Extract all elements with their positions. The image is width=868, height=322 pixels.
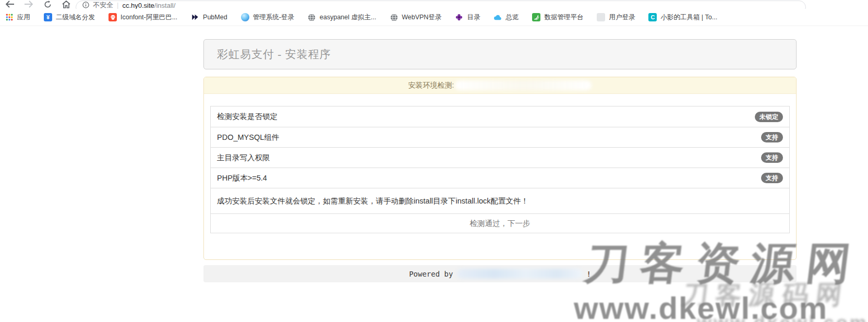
- table-row: 检测安装是否锁定 未锁定: [211, 106, 789, 127]
- bookmark-label: 用户登录: [609, 13, 635, 22]
- table-row-next: 检测通过，下一步: [211, 213, 789, 233]
- blank-favicon: [597, 13, 605, 21]
- forward-icon[interactable]: [23, 0, 34, 8]
- bookmark-label: WebVPN登录: [402, 13, 441, 22]
- reload-icon[interactable]: [42, 0, 53, 8]
- bookmark-label: easypanel 虚拟主...: [320, 13, 376, 22]
- green-leaf-icon: [532, 13, 540, 21]
- yen-badge-icon: ¥: [44, 13, 52, 21]
- bookmark-domain-dispatch[interactable]: ¥ 二级域名分发: [44, 13, 95, 22]
- bookmark-data-platform[interactable]: 数据管理平台: [532, 13, 583, 22]
- bookmark-webvpn[interactable]: WebVPN登录: [390, 13, 441, 22]
- toolbox-icon: C: [648, 13, 657, 21]
- table-row-notice: 成功安装后安装文件就会锁定，如需重新安装，请手动删除install目录下inst…: [211, 188, 789, 213]
- bookmark-label: Iconfont-阿里巴巴...: [120, 13, 177, 22]
- home-icon[interactable]: [61, 0, 72, 8]
- url-text[interactable]: cc.hy0.site/install/: [122, 1, 175, 10]
- bookmark-easypanel[interactable]: easypanel 虚拟主...: [308, 13, 376, 22]
- iconfont-skull-icon: [108, 13, 117, 21]
- browser-toolbar: 不安全 | cc.hy0.site/install/: [0, 0, 868, 9]
- env-check-heading-bar: 安装环境检测:: [204, 77, 796, 94]
- browser-window: 不安全 | cc.hy0.site/install/ 应用 ¥ 二级域名分发: [0, 0, 868, 322]
- bookmark-label: 管理系统-登录: [253, 13, 294, 22]
- globe-icon: [390, 13, 398, 21]
- status-badge: 支持: [761, 173, 783, 183]
- bookmark-apps[interactable]: 应用: [5, 13, 30, 22]
- bookmark-user-login[interactable]: 用户登录: [597, 13, 635, 22]
- table-row: PDO_MYSQL组件 支持: [211, 127, 789, 147]
- page-title: 彩虹易支付 - 安装程序: [217, 47, 331, 62]
- blue-sphere-icon: [241, 13, 249, 21]
- bookmark-label: 目录: [467, 13, 480, 22]
- table-row: 主目录写入权限 支持: [211, 147, 789, 168]
- check-item-label: 检测安装是否锁定: [217, 112, 755, 122]
- bookmark-label: 应用: [17, 13, 30, 22]
- powered-by-text: Powered by: [409, 270, 453, 278]
- check-item-label: PHP版本>=5.4: [217, 173, 761, 183]
- bookmark-overview[interactable]: 总览: [493, 13, 519, 22]
- bookmark-label: 二级域名分发: [56, 13, 95, 22]
- check-item-label: PDO_MYSQL组件: [217, 133, 761, 142]
- bookmark-admin-login[interactable]: 管理系统-登录: [241, 13, 294, 22]
- watermark-url: www.dkewl.com: [574, 290, 828, 322]
- watermark-url-faint: www.dkewl.com: [697, 312, 868, 322]
- next-step-link[interactable]: 检测通过，下一步: [470, 219, 531, 229]
- bookmark-toolbox[interactable]: C 小影的工具箱 | To...: [648, 13, 717, 22]
- bookmark-catalog[interactable]: 目录: [455, 13, 480, 22]
- address-separator: |: [117, 1, 118, 9]
- status-badge: 未锁定: [755, 112, 783, 122]
- env-check-heading: 安装环境检测:: [408, 81, 454, 90]
- censored-blur-region: [455, 80, 592, 90]
- bookmark-label: 小影的工具箱 | To...: [660, 13, 717, 22]
- info-icon[interactable]: [82, 2, 89, 8]
- back-icon[interactable]: [4, 0, 16, 8]
- check-item-label: 主目录写入权限: [217, 153, 761, 163]
- env-check-table: 检测安装是否锁定 未锁定 PDO_MYSQL组件 支持 主目录写入权限 支持 P…: [210, 106, 790, 233]
- cloud-icon: [493, 13, 502, 21]
- url-path: /install/: [154, 2, 175, 9]
- bookmarks-bar: 应用 ¥ 二级域名分发 Iconfont-阿里巴巴... PubMed 管理系统…: [0, 9, 868, 26]
- bookmark-pubmed[interactable]: PubMed: [191, 13, 227, 21]
- lock-notice-text: 成功安装后安装文件就会锁定，如需重新安装，请手动删除install目录下inst…: [217, 196, 783, 206]
- globe-icon: [308, 13, 316, 21]
- bookmark-label: 数据管理平台: [544, 13, 583, 22]
- bookmark-label: PubMed: [203, 14, 227, 21]
- table-row: PHP版本>=5.4 支持: [211, 168, 789, 188]
- bookmark-iconfont[interactable]: Iconfont-阿里巴巴...: [108, 13, 177, 22]
- security-status[interactable]: 不安全: [93, 1, 113, 10]
- status-badge: 支持: [761, 152, 783, 163]
- apps-grid-icon: [5, 13, 14, 21]
- pubmed-icon: [191, 13, 199, 21]
- censored-blur-region: [457, 269, 582, 279]
- status-badge: 支持: [761, 132, 783, 142]
- powered-by-bar: Powered by !: [203, 265, 797, 282]
- installer-title-panel: 彩虹易支付 - 安装程序: [203, 39, 797, 69]
- watermark-text-faint: 刀客源码网: [680, 278, 851, 313]
- purple-flower-icon: [455, 13, 463, 21]
- bookmark-label: 总览: [505, 13, 519, 22]
- powered-by-suffix: !: [586, 270, 590, 278]
- url-host: cc.hy0.site: [122, 2, 154, 9]
